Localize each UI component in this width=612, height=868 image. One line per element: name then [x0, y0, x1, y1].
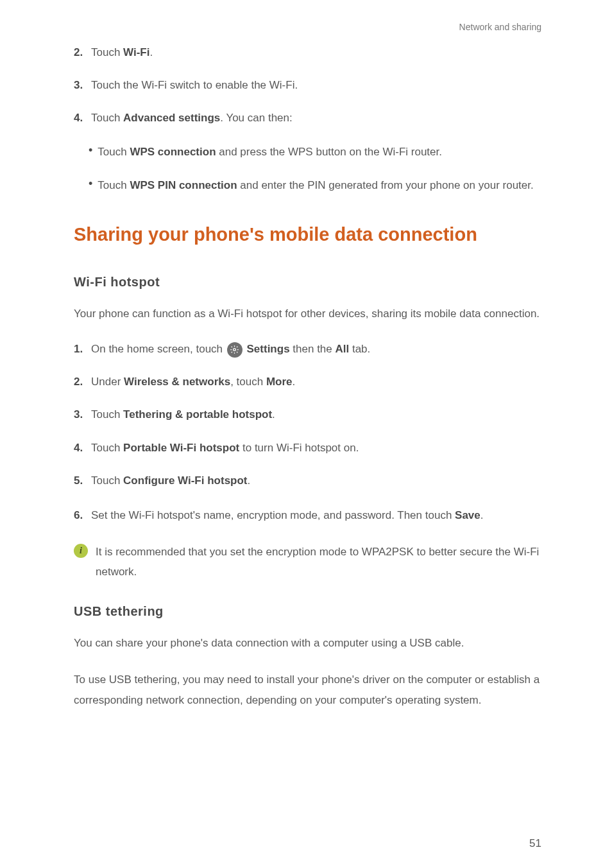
step-text: Touch Tethering & portable hotspot. [91, 406, 541, 423]
bold-text: All [335, 343, 349, 355]
bold-text: Wireless & networks [124, 376, 230, 388]
text-fragment: . You can then: [220, 112, 293, 124]
text-fragment: . [293, 376, 296, 388]
step-a-3: 3. Touch the Wi-Fi switch to enable the … [74, 76, 541, 94]
step-b-1: 1. On the home screen, touch Settings th… [74, 340, 541, 358]
step-number: 4. [74, 439, 85, 456]
step-text: Touch Wi-Fi. [91, 44, 541, 61]
bullet-dot: • [89, 175, 92, 193]
step-text: Touch the Wi-Fi switch to enable the Wi-… [91, 76, 541, 94]
bold-text: WPS PIN connection [130, 179, 237, 191]
text-fragment: . [149, 46, 153, 58]
step-a-2: 2. Touch Wi-Fi. [74, 44, 541, 61]
header-section-label: Network and sharing [459, 22, 541, 32]
step-b-4: 4. Touch Portable Wi-Fi hotspot to turn … [74, 439, 541, 456]
text-fragment: Under [91, 376, 124, 388]
bullet-text: Touch WPS connection and press the WPS b… [98, 141, 541, 163]
bullet-text: Touch WPS PIN connection and enter the P… [98, 175, 541, 196]
paragraph-3: To use USB tethering, you may need to in… [74, 670, 541, 710]
bold-text: Advanced settings [123, 112, 220, 124]
text-fragment: , touch [230, 376, 266, 388]
page-number: 51 [529, 837, 541, 850]
text-fragment: Touch [98, 179, 130, 191]
subheading-wifi-hotspot: Wi-Fi hotspot [74, 275, 541, 290]
bullet-item-2: • Touch WPS PIN connection and enter the… [89, 175, 541, 196]
bold-text: Configure Wi-Fi hotspot [123, 474, 247, 487]
info-icon: i [74, 544, 88, 558]
paragraph-2: You can share your phone's data connecti… [74, 633, 541, 653]
step-text: Touch Configure Wi-Fi hotspot. [91, 472, 541, 489]
text-fragment: to turn Wi-Fi hotspot on. [239, 442, 359, 454]
text-fragment: and press the WPS button on the Wi-Fi ro… [216, 146, 442, 158]
bold-text: More [266, 376, 293, 388]
step-b-3: 3. Touch Tethering & portable hotspot. [74, 406, 541, 423]
bold-text: Wi-Fi [123, 46, 149, 58]
text-fragment: Set the Wi-Fi hotspot's name, encryption… [91, 509, 455, 521]
step-b-5: 5. Touch Configure Wi-Fi hotspot. [74, 472, 541, 489]
step-text: On the home screen, touch Settings then … [91, 340, 541, 358]
step-number: 6. [74, 505, 85, 526]
paragraph-1: Your phone can function as a Wi-Fi hotsp… [74, 304, 541, 324]
text-fragment: Touch [91, 442, 123, 454]
step-number: 2. [74, 44, 85, 61]
text-fragment: then the [290, 343, 336, 355]
step-a-4: 4. Touch Advanced settings. You can then… [74, 109, 541, 126]
svg-point-0 [234, 349, 236, 351]
step-text: Set the Wi-Fi hotspot's name, encryption… [91, 505, 541, 526]
step-text: Touch Portable Wi-Fi hotspot to turn Wi-… [91, 439, 541, 456]
step-b-2: 2. Under Wireless & networks, touch More… [74, 373, 541, 390]
text-fragment: . [480, 509, 484, 521]
text-fragment: Touch [98, 146, 130, 158]
bullet-dot: • [89, 141, 92, 160]
bold-text: WPS connection [130, 146, 216, 158]
text-fragment: Touch [91, 46, 123, 58]
text-fragment: On the home screen, touch [91, 343, 226, 355]
info-note: i It is recommended that you set the enc… [74, 542, 541, 582]
text-fragment: tab. [349, 343, 370, 355]
bullet-item-1: • Touch WPS connection and press the WPS… [89, 141, 541, 163]
step-number: 3. [74, 76, 85, 94]
bold-text: Tethering & portable hotspot [123, 408, 272, 421]
bold-text: Settings [247, 343, 290, 355]
step-text: Under Wireless & networks, touch More. [91, 373, 541, 390]
bold-text: Save [455, 509, 480, 521]
text-fragment: Touch [91, 408, 123, 421]
subheading-usb-tethering: USB tethering [74, 604, 541, 619]
step-number: 4. [74, 109, 85, 126]
text-fragment: and enter the PIN generated from your ph… [237, 179, 534, 191]
text-fragment: . [272, 408, 275, 421]
text-fragment: Touch [91, 112, 123, 124]
info-text: It is recommended that you set the encry… [96, 542, 541, 582]
step-number: 3. [74, 406, 85, 423]
bold-text: Portable Wi-Fi hotspot [123, 442, 239, 454]
text-fragment: . [248, 474, 251, 487]
step-b-6: 6. Set the Wi-Fi hotspot's name, encrypt… [74, 505, 541, 526]
text-fragment: Touch [91, 474, 123, 487]
step-number: 1. [74, 340, 85, 358]
step-number: 2. [74, 373, 85, 390]
step-number: 5. [74, 472, 85, 489]
heading-main: Sharing your phone's mobile data connect… [74, 216, 541, 253]
gear-icon [227, 342, 242, 358]
step-text: Touch Advanced settings. You can then: [91, 109, 541, 126]
